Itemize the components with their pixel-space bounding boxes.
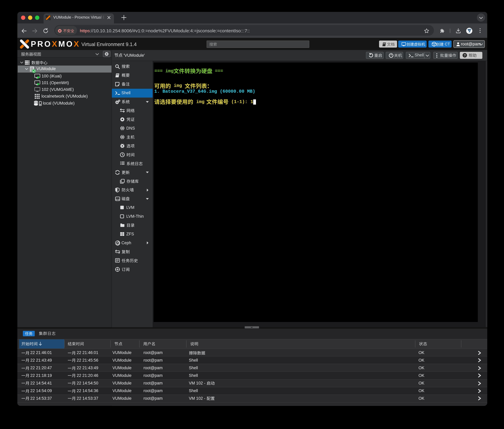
svg-text:?: ?: [464, 54, 466, 57]
